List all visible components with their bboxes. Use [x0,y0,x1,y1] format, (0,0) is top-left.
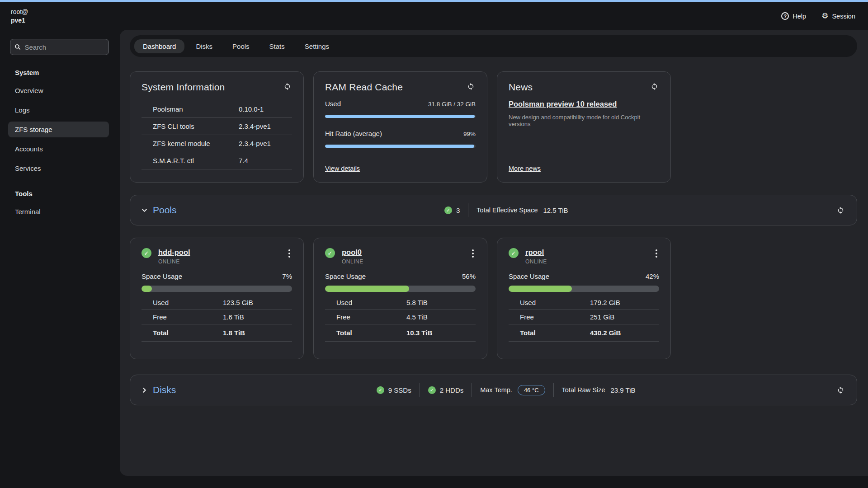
table-row-total: Total 1.8 TiB [142,324,292,342]
row-value: 179.2 GiB [590,299,659,306]
table-row: S.M.A.R.T. ctl 7.4 [142,152,292,169]
sidebar-section-system: System [15,69,120,76]
refresh-button[interactable] [650,82,659,91]
pool-name-link[interactable]: rpool [525,248,544,256]
masthead: root@ pve1 ? Help ⚙ Session [0,2,868,30]
sidebar-item-services[interactable]: Services [8,160,109,176]
space-usage-bar [142,286,292,292]
row-value: 10.3 TiB [406,329,476,337]
pool-status: ONLINE [525,258,647,265]
kebab-menu-icon[interactable] [470,248,476,259]
pool-card-pool0: ✓ pool0 ONLINE Space Usage 56% Used [313,238,487,359]
row-label: ZFS CLI tools [153,122,239,130]
pool-online-icon: ✓ [509,248,519,258]
disks-section-header: Disks ✓ 9 SSDs ✓ 2 HDDs Max Temp. 46 °C [130,375,857,405]
pool-card-rpool: ✓ rpool ONLINE Space Usage 42% Used [497,238,671,359]
row-label: Total [153,329,223,337]
row-label: Total [520,329,590,337]
pool-name-link[interactable]: pool0 [342,248,362,256]
pool-online-icon: ✓ [142,248,151,258]
pools-section-title: Pools [153,205,177,216]
tab-dashboard[interactable]: Dashboard [134,39,184,53]
divider [553,383,554,397]
max-temp-badge: 46 °C [518,385,545,395]
help-button[interactable]: ? Help [781,12,806,20]
refresh-icon [837,206,844,214]
space-usage-label: Space Usage [325,272,366,280]
row-value: 1.6 TiB [223,313,292,321]
tab-stats[interactable]: Stats [261,39,293,53]
check-circle-icon: ✓ [377,386,384,394]
refresh-button[interactable] [836,385,845,395]
hit-ratio-label: Hit Ratio (average) [325,130,382,137]
refresh-icon [283,83,291,90]
table-row-total: Total 430.2 GiB [509,324,659,342]
disks-expander[interactable]: Disks [142,385,176,395]
sidebar-item-accounts[interactable]: Accounts [8,141,109,157]
pool-card-hdd-pool: ✓ hdd-pool ONLINE Space Usage 7% Us [130,238,304,359]
space-usage-value: 7% [282,272,292,280]
system-information-title: System Information [142,82,225,93]
row-value: 2.3.4-pve1 [239,140,292,147]
row-label: Used [336,299,406,306]
search-input[interactable] [24,43,104,51]
used-value: 31.8 GiB / 32 GiB [428,101,476,108]
row-value: 251 GiB [590,313,659,321]
refresh-button[interactable] [836,206,845,215]
row-label: S.M.A.R.T. ctl [153,157,239,164]
row-value: 7.4 [239,157,292,164]
total-effective-space-value: 12.5 TiB [543,206,568,214]
more-news-link[interactable]: More news [509,165,541,172]
pools-expander[interactable]: Pools [142,205,177,216]
space-usage-value: 42% [646,272,659,280]
space-usage-label: Space Usage [142,272,182,280]
tab-strip: Dashboard Disks Pools Stats Settings [130,35,857,57]
sidebar-item-logs[interactable]: Logs [8,102,109,118]
pool-name-link[interactable]: hdd-pool [158,248,190,256]
ssd-count-chip: ✓ 9 SSDs [377,386,411,394]
pool-online-icon: ✓ [325,248,335,258]
healthy-pools-count: 3 [456,206,460,214]
sidebar-item-zfs-storage[interactable]: ZFS storage [8,122,109,137]
total-raw-size-label: Total Raw Size [562,386,605,394]
view-details-link[interactable]: View details [325,165,360,172]
tab-pools[interactable]: Pools [224,39,258,53]
table-row: Used 5.8 TiB [325,296,476,310]
sidebar-item-terminal[interactable]: Terminal [8,204,109,220]
table-row: Used 179.2 GiB [509,296,659,310]
help-label: Help [793,13,806,20]
table-row: Free 1.6 TiB [142,310,292,324]
ram-cache-title: RAM Read Cache [325,82,403,93]
total-effective-space-label: Total Effective Space [476,206,538,214]
row-value: 0.10.0-1 [239,105,292,113]
hdd-count-chip: ✓ 2 HDDs [428,386,464,394]
max-temp-label: Max Temp. [480,386,512,394]
logged-in-user: root@ pve1 [11,8,28,25]
kebab-menu-icon[interactable] [654,248,659,259]
max-temp: Max Temp. 46 °C [480,385,545,395]
used-progress-bar [325,115,476,118]
row-label: Free [336,313,406,321]
total-effective-space: Total Effective Space 12.5 TiB [476,206,568,214]
session-button[interactable]: ⚙ Session [821,12,855,20]
sidebar-item-overview[interactable]: Overview [8,83,109,99]
tab-disks[interactable]: Disks [187,39,221,53]
row-label: Free [153,313,223,321]
masthead-actions: ? Help ⚙ Session [781,12,855,20]
summary-cards-row: System Information Poolsman 0.10.0-1 ZFS… [130,71,857,183]
tab-settings[interactable]: Settings [296,39,338,53]
row-value: 430.2 GiB [590,329,659,337]
table-row-total: Total 10.3 TiB [325,324,476,342]
row-label: ZFS kernel module [153,140,239,147]
space-usage-bar [325,286,476,292]
space-usage-fill [509,286,572,292]
space-usage-label: Space Usage [509,272,549,280]
search-box [10,39,109,55]
news-headline-link[interactable]: Poolsman preview 10 released [509,100,617,108]
refresh-button[interactable] [283,82,292,91]
kebab-menu-icon[interactable] [287,248,292,259]
refresh-button[interactable] [466,82,476,91]
hdd-count: 2 HDDs [440,386,464,394]
row-value: 5.8 TiB [406,299,476,306]
row-label: Used [520,299,590,306]
